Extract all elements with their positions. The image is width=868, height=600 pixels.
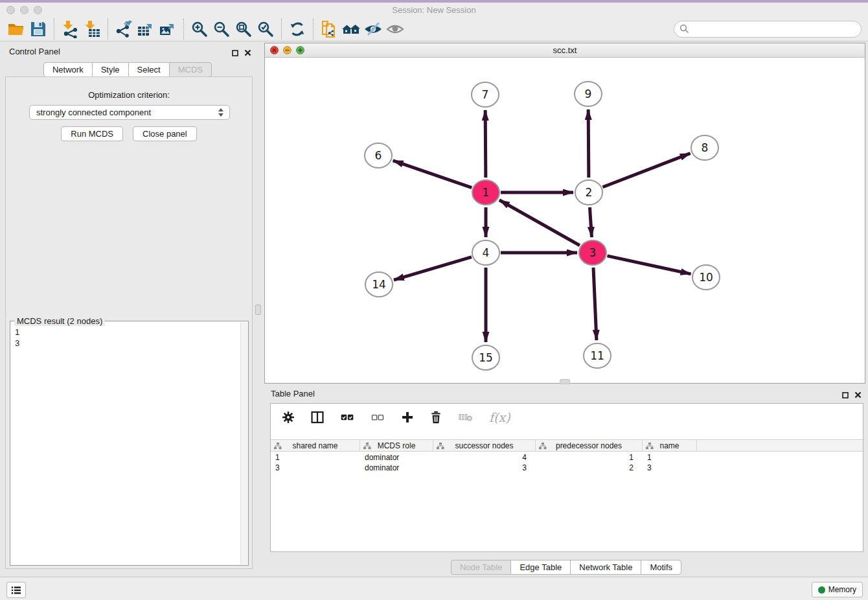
tab-mcds[interactable]: MCDS <box>169 62 212 77</box>
copy-document-icon[interactable] <box>318 19 340 40</box>
column-header-successor-nodes[interactable]: successor nodes <box>433 440 536 451</box>
column-header-name[interactable]: name <box>643 440 697 451</box>
table-cell[interactable]: dominator <box>360 452 433 463</box>
tab-style[interactable]: Style <box>92 62 129 77</box>
edge-2-9[interactable] <box>588 110 589 178</box>
column-header-predecessor-nodes[interactable]: predecessor nodes <box>536 440 643 451</box>
import-network-icon[interactable] <box>59 19 81 40</box>
toolbar-separator <box>54 19 54 40</box>
zoom-in-icon[interactable] <box>188 19 211 40</box>
svg-text:8: 8 <box>702 141 709 154</box>
node-15[interactable]: 15 <box>472 345 499 370</box>
close-panel-button[interactable]: Close panel <box>133 126 197 141</box>
gear-icon[interactable] <box>281 410 295 424</box>
table-cell[interactable]: 3 <box>433 463 536 473</box>
mcds-panel: Optimization criterion: strongly connect… <box>5 76 253 569</box>
result-scrollbar[interactable] <box>240 322 248 564</box>
table-cell[interactable]: dominator <box>360 463 433 473</box>
add-icon[interactable] <box>400 410 415 424</box>
result-item: 1 <box>15 327 235 338</box>
result-item: 3 <box>15 338 235 349</box>
mcds-result-title: MCDS result (2 nodes) <box>14 316 105 326</box>
tab-select[interactable]: Select <box>128 62 170 77</box>
table-row[interactable]: 3dominator323 <box>271 463 863 473</box>
zoom-fit-icon[interactable] <box>233 19 255 40</box>
memory-button[interactable]: Memory <box>812 582 863 597</box>
edge-3-10[interactable] <box>607 256 691 274</box>
close-panel-icon[interactable] <box>244 47 251 59</box>
node-4[interactable]: 4 <box>472 240 499 265</box>
table-cell[interactable]: 1 <box>536 452 643 463</box>
tab-node-table[interactable]: Node Table <box>451 560 512 575</box>
search-input[interactable] <box>692 23 861 36</box>
network-window-titlebar[interactable]: scc.txt <box>265 43 865 58</box>
network-canvas[interactable]: 7968124314101511 <box>265 58 865 383</box>
refresh-icon[interactable] <box>286 19 308 40</box>
close-table-panel-icon[interactable] <box>854 389 862 401</box>
edge-4-14[interactable] <box>394 257 472 281</box>
node-1[interactable]: 1 <box>472 180 499 205</box>
import-table-icon[interactable] <box>81 19 103 40</box>
node-14[interactable]: 14 <box>365 272 393 297</box>
column-header-shared-name[interactable]: shared name <box>271 440 360 451</box>
svg-text:10: 10 <box>699 271 713 284</box>
edge-1-6[interactable] <box>393 161 472 188</box>
node-3[interactable]: 3 <box>579 240 606 265</box>
zoom-out-icon[interactable] <box>211 19 233 40</box>
edge-3-11[interactable] <box>593 268 597 340</box>
table-cell[interactable]: 2 <box>536 463 643 473</box>
floppy-save-icon[interactable] <box>27 19 49 40</box>
node-11[interactable]: 11 <box>584 343 611 368</box>
edge-3-1[interactable] <box>499 200 580 246</box>
optimization-label: Optimization criterion: <box>6 90 252 100</box>
node-7[interactable]: 7 <box>472 82 499 107</box>
tab-motifs[interactable]: Motifs <box>641 560 681 575</box>
node-2[interactable]: 2 <box>575 180 602 205</box>
delete-column-icon[interactable] <box>457 411 474 424</box>
status-bar: Memory <box>0 577 868 600</box>
select-all-icon[interactable] <box>339 410 355 424</box>
table-row[interactable]: 1dominator411 <box>271 452 863 463</box>
criterion-dropdown[interactable]: strongly connected component <box>29 105 230 120</box>
table-cell[interactable]: 3 <box>643 463 697 473</box>
search-box[interactable] <box>674 21 862 38</box>
houses-icon[interactable] <box>340 19 362 40</box>
zoom-selected-icon[interactable] <box>255 19 277 40</box>
eye-icon[interactable] <box>384 19 406 40</box>
table-cell[interactable]: 3 <box>271 463 360 473</box>
table-cell[interactable]: 1 <box>643 452 697 463</box>
network-view-title: scc.txt <box>265 45 865 55</box>
trash-icon[interactable] <box>429 410 442 424</box>
table-panel: Table Panel <box>264 386 868 577</box>
tab-edge-table[interactable]: Edge Table <box>510 560 571 575</box>
panel-splitter-handle[interactable] <box>255 305 261 315</box>
view-resize-handle[interactable] <box>560 379 570 384</box>
folder-open-icon[interactable] <box>5 19 27 40</box>
table-tabs: Node TableEdge TableNetwork TableMotifs <box>264 560 868 575</box>
tab-network[interactable]: Network <box>43 62 93 77</box>
float-panel-icon[interactable] <box>232 47 238 59</box>
unselect-all-icon[interactable] <box>370 410 385 424</box>
node-10[interactable]: 10 <box>692 265 720 290</box>
function-icon[interactable]: f(x) <box>489 410 510 424</box>
edge-1-7[interactable] <box>485 110 486 178</box>
table-cell[interactable]: 4 <box>433 452 536 463</box>
table-cell[interactable]: 1 <box>271 452 360 463</box>
network-graph[interactable]: 7968124314101511 <box>265 58 865 383</box>
float-table-panel-icon[interactable] <box>842 389 849 401</box>
task-history-button[interactable] <box>6 582 26 598</box>
tab-network-table[interactable]: Network Table <box>570 560 641 575</box>
column-header-MCDS-role[interactable]: MCDS role <box>360 440 433 451</box>
network-view-window: scc.txt 7968124314101511 <box>264 43 865 384</box>
export-network-icon[interactable] <box>113 19 135 40</box>
split-pane-icon[interactable] <box>310 410 325 424</box>
export-image-icon[interactable] <box>157 19 179 40</box>
edge-2-3[interactable] <box>589 207 591 237</box>
run-mcds-button[interactable]: Run MCDS <box>61 126 123 141</box>
node-8[interactable]: 8 <box>691 135 718 160</box>
node-6[interactable]: 6 <box>365 143 392 168</box>
node-9[interactable]: 9 <box>575 82 602 106</box>
edge-2-8[interactable] <box>602 154 690 187</box>
export-table-icon[interactable] <box>135 19 157 40</box>
eye-slash-icon[interactable] <box>362 19 384 40</box>
